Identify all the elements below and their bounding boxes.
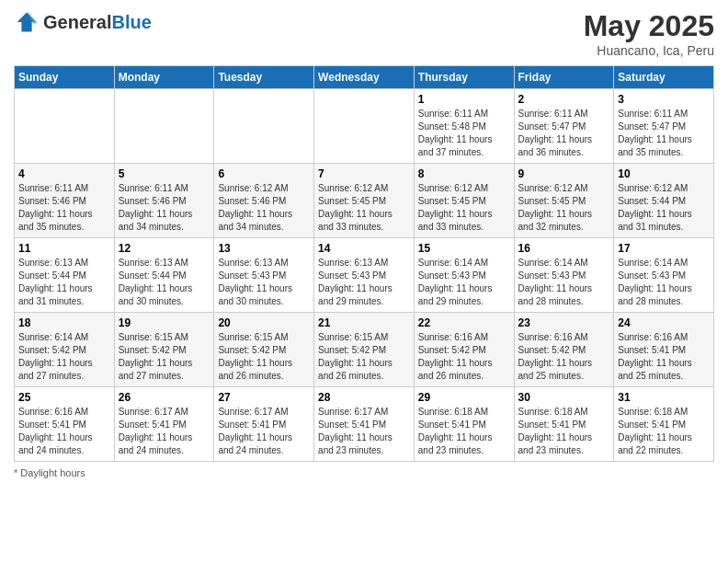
- sunset-text: Sunset: 5:42 PM: [218, 345, 286, 355]
- footer-note: * Daylight hours: [14, 467, 714, 478]
- table-row: 28Sunrise: 6:17 AMSunset: 5:41 PMDayligh…: [314, 387, 415, 462]
- day-number: 2: [518, 93, 610, 106]
- calendar-week-row: 25Sunrise: 6:16 AMSunset: 5:41 PMDayligh…: [15, 387, 714, 462]
- daylight-text: Daylight: 11 hours and 29 minutes.: [318, 283, 392, 306]
- calendar-table: Sunday Monday Tuesday Wednesday Thursday…: [14, 65, 714, 462]
- sunrise-text: Sunrise: 6:12 AM: [618, 183, 688, 193]
- daylight-text: Daylight: 11 hours and 30 minutes.: [218, 283, 292, 306]
- day-info: Sunrise: 6:12 AMSunset: 5:45 PMDaylight:…: [318, 182, 410, 234]
- daylight-text: Daylight: 11 hours and 37 minutes.: [418, 134, 493, 157]
- day-number: 22: [418, 316, 510, 329]
- table-row: 1Sunrise: 6:11 AMSunset: 5:48 PMDaylight…: [414, 89, 514, 164]
- day-info: Sunrise: 6:14 AMSunset: 5:42 PMDaylight:…: [18, 331, 110, 383]
- daylight-text: Daylight: 11 hours and 26 minutes.: [418, 358, 493, 381]
- logo-icon: [14, 9, 40, 35]
- sunset-text: Sunset: 5:44 PM: [18, 270, 86, 281]
- day-info: Sunrise: 6:12 AMSunset: 5:44 PMDaylight:…: [618, 182, 710, 234]
- sunset-text: Sunset: 5:41 PM: [518, 419, 586, 430]
- day-number: 6: [218, 167, 310, 180]
- day-info: Sunrise: 6:11 AMSunset: 5:46 PMDaylight:…: [18, 182, 110, 234]
- sunset-text: Sunset: 5:43 PM: [218, 270, 286, 281]
- table-row: 11Sunrise: 6:13 AMSunset: 5:44 PMDayligh…: [15, 238, 115, 313]
- sunrise-text: Sunrise: 6:14 AM: [618, 258, 688, 268]
- day-number: 29: [418, 391, 510, 404]
- col-wednesday: Wednesday: [314, 66, 415, 89]
- day-info: Sunrise: 6:18 AMSunset: 5:41 PMDaylight:…: [418, 406, 510, 457]
- sunrise-text: Sunrise: 6:18 AM: [518, 407, 588, 417]
- day-number: 4: [18, 167, 110, 180]
- sunrise-text: Sunrise: 6:15 AM: [218, 332, 288, 342]
- table-row: 10Sunrise: 6:12 AMSunset: 5:44 PMDayligh…: [614, 164, 714, 238]
- sunset-text: Sunset: 5:41 PM: [218, 419, 286, 430]
- day-info: Sunrise: 6:15 AMSunset: 5:42 PMDaylight:…: [318, 331, 410, 383]
- sunset-text: Sunset: 5:43 PM: [518, 270, 586, 281]
- sunrise-text: Sunrise: 6:17 AM: [218, 407, 288, 417]
- day-number: 5: [119, 167, 210, 180]
- day-number: 31: [618, 391, 710, 404]
- day-number: 23: [518, 316, 610, 329]
- day-number: 18: [18, 316, 110, 329]
- col-sunday: Sunday: [15, 66, 115, 89]
- day-info: Sunrise: 6:17 AMSunset: 5:41 PMDaylight:…: [318, 406, 410, 457]
- daylight-text: Daylight: 11 hours and 36 minutes.: [518, 134, 593, 157]
- sunset-text: Sunset: 5:46 PM: [119, 196, 187, 206]
- logo-blue: Blue: [111, 12, 151, 32]
- table-row: 5Sunrise: 6:11 AMSunset: 5:46 PMDaylight…: [114, 164, 214, 238]
- day-number: 28: [318, 391, 410, 404]
- day-info: Sunrise: 6:15 AMSunset: 5:42 PMDaylight:…: [218, 331, 310, 383]
- table-row: 17Sunrise: 6:14 AMSunset: 5:43 PMDayligh…: [614, 238, 714, 313]
- sunrise-text: Sunrise: 6:11 AM: [418, 109, 488, 119]
- table-row: 23Sunrise: 6:16 AMSunset: 5:42 PMDayligh…: [514, 313, 614, 387]
- footer-daylight-text: Daylight hours: [20, 467, 85, 478]
- daylight-text: Daylight: 11 hours and 33 minutes.: [318, 209, 392, 232]
- table-row: 21Sunrise: 6:15 AMSunset: 5:42 PMDayligh…: [314, 313, 415, 387]
- table-row: 15Sunrise: 6:14 AMSunset: 5:43 PMDayligh…: [414, 238, 514, 313]
- sunset-text: Sunset: 5:47 PM: [518, 121, 586, 132]
- table-row: 9Sunrise: 6:12 AMSunset: 5:45 PMDaylight…: [514, 164, 614, 238]
- day-info: Sunrise: 6:16 AMSunset: 5:42 PMDaylight:…: [518, 331, 610, 383]
- table-row: 12Sunrise: 6:13 AMSunset: 5:44 PMDayligh…: [114, 238, 214, 313]
- day-number: 7: [318, 167, 410, 180]
- table-row: 13Sunrise: 6:13 AMSunset: 5:43 PMDayligh…: [214, 238, 314, 313]
- day-info: Sunrise: 6:14 AMSunset: 5:43 PMDaylight:…: [418, 257, 510, 308]
- daylight-text: Daylight: 11 hours and 23 minutes.: [318, 432, 392, 455]
- sunrise-text: Sunrise: 6:12 AM: [518, 183, 588, 193]
- sunrise-text: Sunrise: 6:14 AM: [18, 332, 88, 342]
- daylight-text: Daylight: 11 hours and 23 minutes.: [518, 432, 593, 455]
- sunrise-text: Sunrise: 6:12 AM: [218, 183, 288, 193]
- day-number: 15: [418, 242, 510, 255]
- daylight-text: Daylight: 11 hours and 24 minutes.: [18, 432, 93, 455]
- day-info: Sunrise: 6:11 AMSunset: 5:46 PMDaylight:…: [119, 182, 210, 234]
- table-row: 24Sunrise: 6:16 AMSunset: 5:41 PMDayligh…: [614, 313, 714, 387]
- day-number: 26: [119, 391, 210, 404]
- logo-text: GeneralBlue: [43, 12, 152, 33]
- sunset-text: Sunset: 5:41 PM: [418, 419, 486, 430]
- daylight-text: Daylight: 11 hours and 25 minutes.: [518, 358, 593, 381]
- day-number: 3: [618, 93, 710, 106]
- day-number: 16: [518, 242, 610, 255]
- day-number: 13: [218, 242, 310, 255]
- daylight-text: Daylight: 11 hours and 28 minutes.: [518, 283, 593, 306]
- daylight-text: Daylight: 11 hours and 22 minutes.: [618, 432, 692, 455]
- table-row: 27Sunrise: 6:17 AMSunset: 5:41 PMDayligh…: [214, 387, 314, 462]
- day-info: Sunrise: 6:13 AMSunset: 5:43 PMDaylight:…: [318, 257, 410, 308]
- day-info: Sunrise: 6:12 AMSunset: 5:45 PMDaylight:…: [518, 182, 610, 234]
- sunset-text: Sunset: 5:41 PM: [618, 419, 686, 430]
- month-title: May 2025: [584, 9, 714, 43]
- day-info: Sunrise: 6:12 AMSunset: 5:46 PMDaylight:…: [218, 182, 310, 234]
- sunset-text: Sunset: 5:42 PM: [318, 345, 386, 355]
- day-number: 27: [218, 391, 310, 404]
- sunrise-text: Sunrise: 6:18 AM: [418, 407, 488, 417]
- daylight-text: Daylight: 11 hours and 32 minutes.: [518, 209, 593, 232]
- day-number: 30: [518, 391, 610, 404]
- day-number: 10: [618, 167, 710, 180]
- table-row: 6Sunrise: 6:12 AMSunset: 5:46 PMDaylight…: [214, 164, 314, 238]
- daylight-text: Daylight: 11 hours and 31 minutes.: [18, 283, 93, 306]
- table-row: 25Sunrise: 6:16 AMSunset: 5:41 PMDayligh…: [15, 387, 115, 462]
- sunrise-text: Sunrise: 6:16 AM: [518, 332, 588, 342]
- day-info: Sunrise: 6:13 AMSunset: 5:44 PMDaylight:…: [119, 257, 210, 308]
- day-number: 19: [119, 316, 210, 329]
- day-number: 8: [418, 167, 510, 180]
- sunset-text: Sunset: 5:42 PM: [518, 345, 586, 355]
- header: GeneralBlue May 2025 Huancano, Ica, Peru: [14, 9, 714, 58]
